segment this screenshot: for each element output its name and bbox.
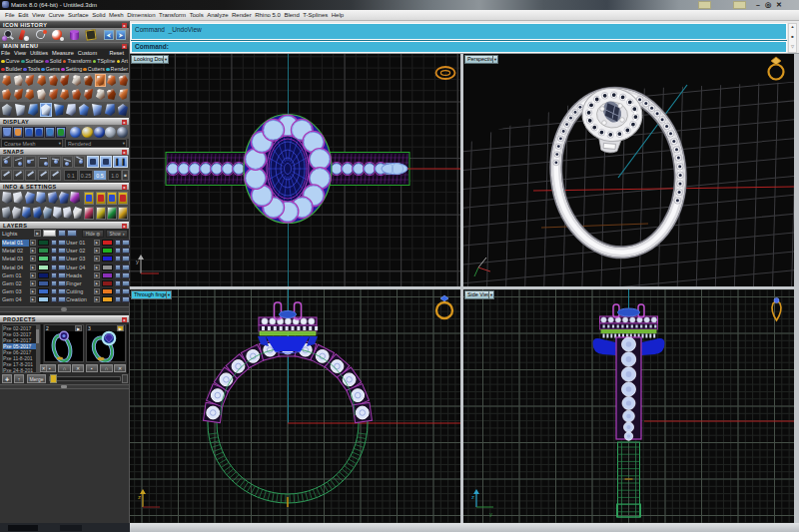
svg-text:y: y — [489, 511, 492, 517]
svg-text:z: z — [471, 494, 474, 500]
svg-text:y: y — [136, 259, 139, 265]
svg-text:z: z — [138, 494, 141, 500]
